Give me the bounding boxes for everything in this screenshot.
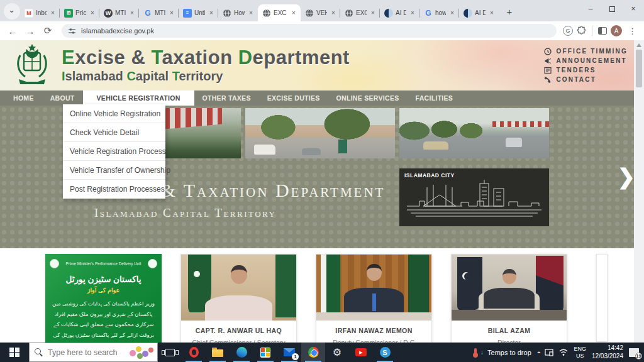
chrome-button[interactable] <box>301 343 325 362</box>
chevron-down-icon: › <box>8 10 17 13</box>
close-tab-icon[interactable]: × <box>369 9 377 16</box>
tab-pricing-sheet[interactable]: ⊞ Pric × <box>60 4 99 21</box>
cast-icon[interactable] <box>545 349 553 356</box>
office-timing-link[interactable]: OFFICE TIMMING <box>544 48 628 55</box>
new-tab-button[interactable]: + <box>501 3 518 19</box>
carousel-next-arrow[interactable]: ❯ <box>618 166 636 187</box>
toolbar-right-icons: G A ⋮ <box>563 25 639 36</box>
announcement-link[interactable]: ANNOUNCEMENT <box>544 57 628 65</box>
tab-excise-2[interactable]: EXC × <box>340 4 380 21</box>
tab-how-2[interactable]: G how × <box>419 4 459 21</box>
close-tab-icon[interactable]: × <box>290 9 297 16</box>
mail-button[interactable]: 1 <box>277 343 301 362</box>
tab-ai-2[interactable]: AI D × <box>459 4 499 21</box>
wifi-icon[interactable] <box>559 349 568 356</box>
date-text: 12/03/2024 <box>592 353 623 361</box>
skype-button[interactable]: S <box>373 343 397 362</box>
close-tab-icon[interactable]: × <box>409 9 416 16</box>
close-tab-icon[interactable]: × <box>49 9 57 16</box>
newspaper-icon <box>544 67 552 74</box>
official-card-anwar[interactable]: CAPT. R. ANWAR UL HAQ Chief Commissioner… <box>180 254 297 343</box>
dropdown-vehicle-transfer-ownership[interactable]: Vehicle Transfer of Ownership <box>63 161 165 180</box>
page-scrollbar[interactable] <box>634 40 644 343</box>
nav-online-services[interactable]: ONLINE SERVICES <box>328 90 408 106</box>
tab-docs[interactable]: ≡ Unti × <box>179 4 218 21</box>
opera-button[interactable] <box>182 343 206 362</box>
language-indicator[interactable]: ENG US <box>574 346 586 359</box>
start-button[interactable] <box>0 343 29 362</box>
close-tab-icon[interactable]: × <box>128 9 136 16</box>
tab-search-chevron-button[interactable]: › <box>4 3 20 19</box>
tab-label: AI D <box>396 9 406 16</box>
tab-google-search[interactable]: G MTI × <box>139 4 179 21</box>
taskbar-search[interactable] <box>29 343 158 362</box>
settings-gear-icon: ⚙ <box>333 346 341 358</box>
dropdown-check-vehicle-detail[interactable]: Check Vehicle Detail <box>63 123 165 142</box>
webpage: Excise & Taxation Department Islamabad C… <box>0 40 644 343</box>
address-bar[interactable]: islamabadexcise.gov.pk <box>62 24 557 38</box>
browser-menu-icon[interactable]: ⋮ <box>626 26 639 36</box>
nav-other-taxes[interactable]: OTHER TAXES <box>194 90 259 106</box>
clock-widget[interactable]: 14:42 12/03/2024 <box>592 344 623 360</box>
tab-strip: › M Inbo × ⊞ Pric × W MTI × G MTI × ≡ Un… <box>0 0 644 21</box>
official-card-bilal[interactable]: BILAL AZAM Director <box>451 254 567 343</box>
contact-link[interactable]: CONTACT <box>544 76 628 84</box>
scrollbar-up-arrow[interactable] <box>636 43 641 47</box>
close-tab-icon[interactable]: × <box>448 9 456 16</box>
url-text: islamabadexcise.gov.pk <box>81 27 154 35</box>
close-tab-icon[interactable]: × <box>488 9 496 16</box>
store-button[interactable] <box>253 343 277 362</box>
divider <box>592 26 592 36</box>
reload-button[interactable]: ⟳ <box>40 23 55 38</box>
grammarly-extension-icon[interactable]: G <box>563 26 573 36</box>
dropdown-online-vehicle-registration[interactable]: Online Vehicle Registration <box>63 104 165 123</box>
tab-wordpress[interactable]: W MTI × <box>99 4 139 21</box>
youtube-button[interactable]: ▶ <box>349 343 373 362</box>
tab-how[interactable]: How × <box>218 4 258 21</box>
file-explorer-button[interactable] <box>206 343 230 362</box>
tray-expand-chevron[interactable]: › <box>535 351 542 354</box>
chrome-icon <box>308 347 319 358</box>
maximize-button[interactable] <box>601 0 623 18</box>
browser-toolbar: ← → ⟳ islamabadexcise.gov.pk G A ⋮ <box>0 21 644 40</box>
extensions-icon[interactable] <box>577 26 586 36</box>
close-tab-icon[interactable]: × <box>168 9 175 16</box>
nav-home[interactable]: HOME <box>5 90 42 106</box>
close-tab-icon[interactable]: × <box>330 9 337 16</box>
windows-taskbar: 1 ⚙ ▶ S ↓ Temps to drop › ENG US 14:42 1… <box>0 343 644 362</box>
weather-widget[interactable]: ↓ Temps to drop <box>474 348 531 356</box>
govt-logo <box>148 259 157 268</box>
tab-vehicle[interactable]: VEH × <box>301 4 340 21</box>
citizen-portal-card[interactable]: Prime Minister's Performance Delivery Un… <box>45 254 162 343</box>
back-button[interactable]: ← <box>5 23 20 38</box>
site-settings-icon[interactable] <box>68 27 76 35</box>
nav-about[interactable]: ABOUT <box>42 90 83 106</box>
close-tab-icon[interactable]: × <box>247 9 255 16</box>
search-input[interactable] <box>48 348 117 357</box>
scrollbar-thumb[interactable] <box>636 50 642 87</box>
tab-inbox[interactable]: M Inbo × <box>20 4 60 21</box>
windows-start-icon <box>9 348 19 358</box>
task-view-button[interactable] <box>158 343 182 362</box>
side-panel-icon[interactable] <box>598 27 607 35</box>
nav-excise-duties[interactable]: EXCISE DUTIES <box>259 90 328 106</box>
nav-facilities[interactable]: FACILITIES <box>408 90 462 106</box>
close-window-button[interactable]: × <box>623 0 644 18</box>
official-card-irfan[interactable]: IRFAN NAWAZ MEMON Deputy Commissioner / … <box>316 254 432 343</box>
close-tab-icon[interactable]: × <box>208 9 215 16</box>
forward-button[interactable]: → <box>23 23 38 38</box>
edge-button[interactable] <box>230 343 253 362</box>
tenders-link[interactable]: TENDERS <box>544 67 628 74</box>
nav-vehicle-registration[interactable]: VEHICLE REGISTRATION <box>83 90 194 106</box>
tab-ai-1[interactable]: AI D × <box>380 4 419 21</box>
profile-avatar[interactable]: A <box>611 25 622 36</box>
dropdown-post-registration-processes[interactable]: Post Registration Processes <box>63 180 165 199</box>
settings-button[interactable]: ⚙ <box>325 343 349 362</box>
close-tab-icon[interactable]: × <box>89 9 96 16</box>
notification-center-icon[interactable]: 19 <box>629 348 639 357</box>
tab-label: EXC <box>356 9 367 16</box>
next-card-edge <box>596 254 608 342</box>
dropdown-vehicle-registration-process[interactable]: Vehicle Registration Process <box>63 142 165 161</box>
minimize-button[interactable]: – <box>580 0 601 18</box>
tab-excise-active[interactable]: EXC × <box>258 4 301 21</box>
